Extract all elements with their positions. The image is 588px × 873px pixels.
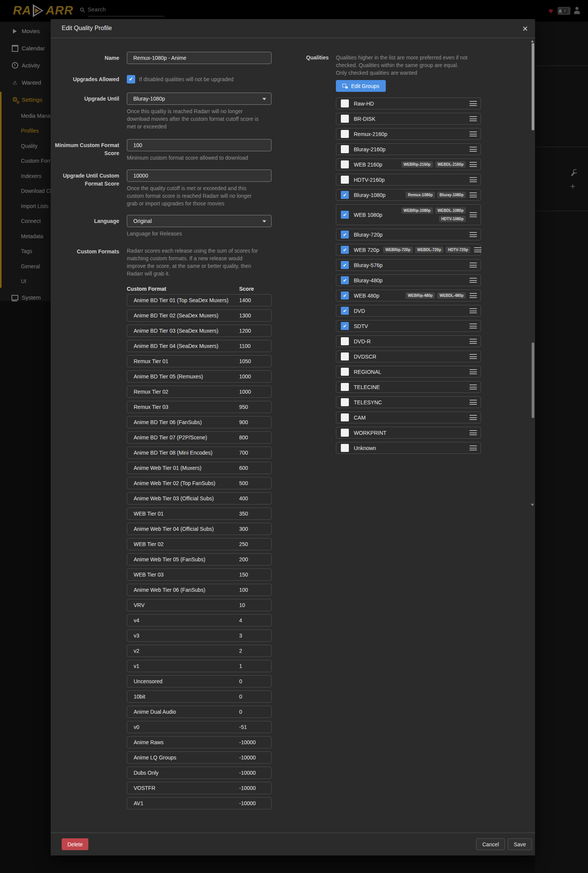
quality-checkbox[interactable] <box>341 99 349 107</box>
drag-handle-icon[interactable] <box>470 162 477 167</box>
custom-format-name: Anime Web Tier 04 (Official Subs) <box>134 526 239 532</box>
quality-checkbox[interactable] <box>341 130 349 138</box>
min-format-score-input[interactable] <box>127 139 272 151</box>
quality-checkbox[interactable]: ✔ <box>341 307 349 315</box>
edit-groups-button[interactable]: Edit Groups <box>336 80 386 92</box>
custom-format-score: 1050 <box>239 358 251 364</box>
upgrade-until-label: Upgrade Until <box>51 93 127 130</box>
quality-checkbox[interactable] <box>341 368 349 376</box>
custom-format-row: Anime Raws-10000 <box>127 736 272 748</box>
scrollbar-thumb[interactable] <box>532 43 534 130</box>
chevron-down-icon <box>262 220 266 223</box>
quality-row: ✔SDTV <box>336 320 481 332</box>
quality-checkbox[interactable]: ✔ <box>341 261 349 269</box>
quality-checkbox[interactable] <box>341 160 349 168</box>
upgrades-allowed-checkbox[interactable]: ✔ <box>127 75 135 83</box>
quality-checkbox[interactable] <box>341 145 349 153</box>
upgrade-until-select[interactable]: Bluray-1080p <box>127 93 272 105</box>
scroll-up-arrow[interactable] <box>531 40 534 42</box>
custom-format-name: v4 <box>134 617 239 623</box>
custom-format-name: AV1 <box>134 800 239 806</box>
quality-checkbox[interactable] <box>341 383 349 391</box>
drag-handle-icon[interactable] <box>470 232 477 237</box>
drag-handle-icon[interactable] <box>470 308 477 313</box>
custom-format-name: Anime BD Tier 04 (SeaDex Muxers) <box>134 343 239 349</box>
ungroup-icon <box>342 84 348 88</box>
quality-row: ✔WEB 480pWEBRip-480pWEBDL-480p <box>336 290 481 301</box>
drag-handle-icon[interactable] <box>470 263 477 268</box>
custom-format-row: v44 <box>127 614 272 626</box>
custom-format-name: Remux Tier 03 <box>134 404 239 410</box>
scrollbar-thumb[interactable] <box>532 343 534 418</box>
quality-checkbox[interactable]: ✔ <box>341 322 349 330</box>
drag-handle-icon[interactable] <box>470 369 477 374</box>
custom-format-score: 1300 <box>239 312 251 319</box>
quality-checkbox[interactable]: ✔ <box>341 211 349 219</box>
custom-format-row: Remux Tier 03950 <box>127 401 272 413</box>
custom-format-score: -51 <box>239 724 247 730</box>
drag-handle-icon[interactable] <box>470 430 477 435</box>
custom-format-row: AV1-10000 <box>127 797 272 809</box>
drag-handle-icon[interactable] <box>470 339 477 344</box>
quality-checkbox[interactable] <box>341 398 349 406</box>
custom-format-name: Anime Web Tier 01 (Muxers) <box>134 465 239 471</box>
quality-name: BR-DISK <box>354 116 375 122</box>
custom-format-row: Anime BD Tier 07 (P2P/Scene)800 <box>127 431 272 444</box>
language-select[interactable]: Original <box>127 215 272 227</box>
close-icon[interactable]: ✕ <box>520 23 530 34</box>
custom-format-score: 1 <box>239 663 242 669</box>
drag-handle-icon[interactable] <box>470 415 477 420</box>
drag-handle-icon[interactable] <box>474 247 481 252</box>
drag-handle-icon[interactable] <box>470 131 477 136</box>
qualities-label: Qualities <box>304 54 329 454</box>
drag-handle-icon[interactable] <box>470 192 477 197</box>
quality-checkbox[interactable]: ✔ <box>341 276 349 284</box>
quality-checkbox[interactable] <box>341 413 349 421</box>
custom-format-score: 500 <box>239 480 248 486</box>
quality-checkbox[interactable] <box>341 337 349 345</box>
custom-format-row: v0-51 <box>127 721 272 733</box>
cancel-button[interactable]: Cancel <box>476 838 505 850</box>
quality-row: BR-DISK <box>336 113 481 125</box>
drag-handle-icon[interactable] <box>470 147 477 152</box>
save-button[interactable]: Save <box>508 838 532 850</box>
drag-handle-icon[interactable] <box>470 293 477 298</box>
custom-format-score: 1200 <box>239 328 251 334</box>
quality-name: Bluray-576p <box>354 262 383 268</box>
drag-handle-icon[interactable] <box>470 101 477 106</box>
edit-groups-label: Edit Groups <box>351 83 379 89</box>
quality-checkbox[interactable] <box>341 429 349 437</box>
custom-format-score: 10 <box>239 602 245 608</box>
min-format-score-label: Minimum Custom Format Score <box>51 139 127 162</box>
scroll-down-arrow[interactable] <box>531 504 534 506</box>
drag-handle-icon[interactable] <box>470 116 477 121</box>
drag-handle-icon[interactable] <box>470 324 477 328</box>
quality-checkbox[interactable]: ✔ <box>341 191 349 199</box>
drag-handle-icon[interactable] <box>470 278 477 283</box>
drag-handle-icon[interactable] <box>470 177 477 182</box>
quality-checkbox[interactable] <box>341 115 349 123</box>
name-input[interactable] <box>127 52 272 64</box>
quality-checkbox[interactable] <box>341 444 349 452</box>
drag-handle-icon[interactable] <box>470 445 477 450</box>
quality-checkbox[interactable]: ✔ <box>341 231 349 239</box>
custom-format-row: Uncensored0 <box>127 675 272 687</box>
quality-row: ✔Bluray-720p <box>336 229 481 240</box>
custom-format-name: Remux Tier 01 <box>134 358 239 364</box>
quality-badge: WEBRip-1080p <box>401 207 433 214</box>
quality-checkbox[interactable]: ✔ <box>341 292 349 300</box>
delete-button[interactable]: Delete <box>62 838 88 850</box>
drag-handle-icon[interactable] <box>470 400 477 405</box>
quality-row: Raw-HD <box>336 98 481 109</box>
upgrade-until-score-input[interactable] <box>127 170 272 182</box>
language-help: Language for Releases <box>127 230 261 237</box>
modal-footer: Delete Cancel Save <box>51 833 535 855</box>
drag-handle-icon[interactable] <box>470 384 477 389</box>
quality-checkbox[interactable]: ✔ <box>341 246 349 254</box>
quality-checkbox[interactable] <box>341 176 349 184</box>
drag-handle-icon[interactable] <box>470 212 477 217</box>
quality-checkbox[interactable] <box>341 352 349 360</box>
upgrades-allowed-help: If disabled qualities will not be upgrad… <box>139 76 233 82</box>
custom-format-row: 10bit0 <box>127 690 272 703</box>
drag-handle-icon[interactable] <box>470 354 477 359</box>
